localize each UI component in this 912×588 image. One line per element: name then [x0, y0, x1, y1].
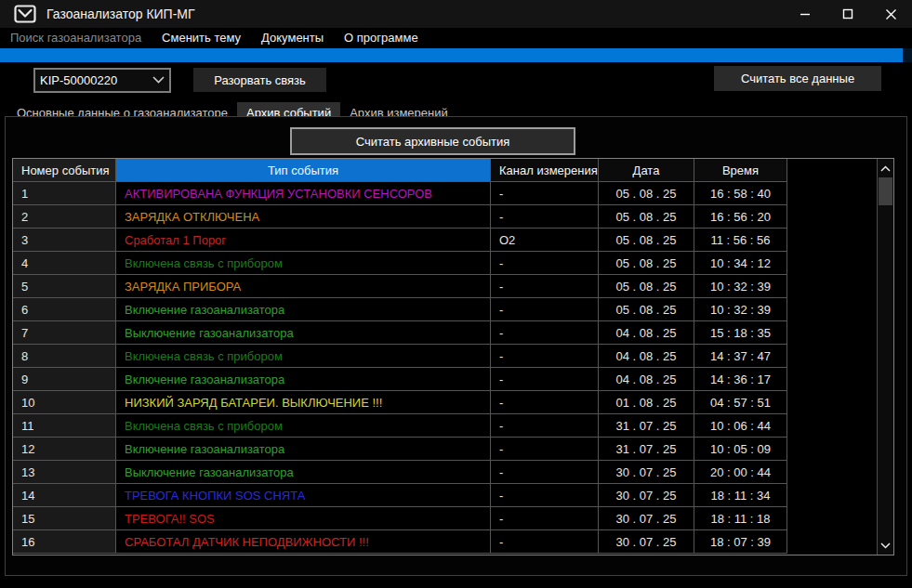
event-number-cell[interactable]: 5: [13, 275, 116, 298]
event-number-cell[interactable]: 14: [13, 484, 116, 507]
channel-cell[interactable]: -: [491, 321, 599, 345]
table-row[interactable]: 3Сработал 1 ПорогO205 . 08 . 2511 : 56 :…: [13, 229, 787, 252]
scrollbar-track[interactable]: [878, 205, 893, 536]
channel-cell[interactable]: -: [491, 275, 599, 298]
event-number-cell[interactable]: 6: [13, 298, 116, 321]
column-header-event-number[interactable]: Номер события: [13, 159, 116, 182]
scroll-up-icon[interactable]: [878, 159, 893, 177]
channel-cell[interactable]: -: [491, 252, 599, 275]
event-number-cell[interactable]: 1: [13, 182, 116, 205]
event-type-cell[interactable]: СРАБОТАЛ ДАТЧИК НЕПОДВИЖНОСТИ !!!: [116, 530, 491, 554]
time-cell[interactable]: 18 : 11 : 34: [694, 484, 787, 507]
table-row[interactable]: 14ТРЕВОГА КНОПКИ SOS СНЯТА-30 . 07 . 251…: [13, 484, 787, 507]
date-cell[interactable]: 05 . 08 . 25: [599, 229, 694, 252]
time-cell[interactable]: 16 : 56 : 20: [694, 205, 787, 229]
table-row[interactable]: 11Включена связь с прибором-31 . 07 . 25…: [13, 414, 787, 438]
channel-cell[interactable]: -: [491, 368, 599, 391]
table-row[interactable]: 8Включена связь с прибором-04 . 08 . 251…: [13, 345, 787, 368]
channel-cell[interactable]: -: [491, 438, 599, 461]
date-cell[interactable]: 30 . 07 . 25: [599, 484, 694, 507]
table-row[interactable]: 4Включена связь с прибором-05 . 08 . 251…: [13, 252, 787, 275]
close-button[interactable]: [869, 0, 912, 28]
channel-cell[interactable]: -: [491, 345, 599, 368]
event-type-cell[interactable]: ТРЕВОГА КНОПКИ SOS СНЯТА: [116, 484, 491, 507]
time-cell[interactable]: 15 : 18 : 35: [694, 321, 787, 345]
event-type-cell[interactable]: НИЗКИЙ ЗАРЯД БАТАРЕИ. ВЫКЛЮЧЕНИЕ !!!: [116, 391, 491, 414]
maximize-button[interactable]: [826, 0, 869, 28]
channel-cell[interactable]: -: [491, 461, 599, 484]
event-number-cell[interactable]: 15: [13, 507, 116, 530]
time-cell[interactable]: 11 : 56 : 56: [694, 229, 787, 252]
time-cell[interactable]: 18 : 11 : 18: [694, 507, 787, 530]
date-cell[interactable]: 05 . 08 . 25: [599, 205, 694, 229]
event-type-cell[interactable]: Включена связь с прибором: [116, 345, 491, 368]
channel-cell[interactable]: -: [491, 530, 599, 554]
event-number-cell[interactable]: 3: [13, 229, 116, 252]
time-cell[interactable]: 10 : 32 : 39: [694, 275, 787, 298]
date-cell[interactable]: 30 . 07 . 25: [599, 507, 694, 530]
time-cell[interactable]: 14 : 37 : 47: [694, 345, 787, 368]
device-select[interactable]: KIP-50000220: [33, 68, 171, 93]
event-type-cell[interactable]: Включена связь с прибором: [116, 252, 491, 275]
channel-cell[interactable]: -: [491, 414, 599, 438]
channel-cell[interactable]: -: [491, 182, 599, 205]
event-number-cell[interactable]: 12: [13, 438, 116, 461]
time-cell[interactable]: 10 : 05 : 09: [694, 438, 787, 461]
channel-cell[interactable]: -: [491, 484, 599, 507]
table-row[interactable]: 6Включение газоанализатора-05 . 08 . 251…: [13, 298, 787, 321]
event-number-cell[interactable]: 16: [13, 530, 116, 554]
event-type-cell[interactable]: Выключение газоанализатора: [116, 461, 491, 484]
read-archive-events-button[interactable]: Считать архивные события: [290, 127, 575, 155]
table-row[interactable]: 12Включение газоанализатора-31 . 07 . 25…: [13, 438, 787, 461]
read-all-data-button[interactable]: Считать все данные: [714, 66, 881, 91]
event-type-cell[interactable]: Включение газоанализатора: [116, 298, 491, 321]
date-cell[interactable]: 30 . 07 . 25: [599, 530, 694, 554]
event-number-cell[interactable]: 2: [13, 205, 116, 229]
table-row[interactable]: 2ЗАРЯДКА ОТКЛЮЧЕНА-05 . 08 . 2516 : 56 :…: [13, 205, 787, 229]
time-cell[interactable]: 10 : 34 : 12: [694, 252, 787, 275]
time-cell[interactable]: 14 : 36 : 17: [694, 368, 787, 391]
scrollbar-thumb[interactable]: [879, 177, 892, 205]
table-row[interactable]: 5ЗАРЯДКА ПРИБОРА-05 . 08 . 2510 : 32 : 3…: [13, 275, 787, 298]
event-type-cell[interactable]: ЗАРЯДКА ОТКЛЮЧЕНА: [116, 205, 491, 229]
event-number-cell[interactable]: 11: [13, 414, 116, 438]
date-cell[interactable]: 30 . 07 . 25: [599, 461, 694, 484]
date-cell[interactable]: 04 . 08 . 25: [599, 345, 694, 368]
event-number-cell[interactable]: 8: [13, 345, 116, 368]
date-cell[interactable]: 04 . 08 . 25: [599, 368, 694, 391]
time-cell[interactable]: 10 : 32 : 39: [694, 298, 787, 321]
date-cell[interactable]: 05 . 08 . 25: [599, 182, 694, 205]
table-row[interactable]: 15ТРЕВОГА!! SOS-30 . 07 . 2518 : 11 : 18: [13, 507, 787, 530]
table-row[interactable]: 16СРАБОТАЛ ДАТЧИК НЕПОДВИЖНОСТИ !!!-30 .…: [13, 530, 787, 554]
time-cell[interactable]: 18 : 07 : 39: [694, 530, 787, 554]
event-number-cell[interactable]: 9: [13, 368, 116, 391]
date-cell[interactable]: 04 . 08 . 25: [599, 321, 694, 345]
menu-item-about[interactable]: О программе: [334, 31, 429, 45]
table-row[interactable]: 9Включение газоанализатора-04 . 08 . 251…: [13, 368, 787, 391]
event-number-cell[interactable]: 7: [13, 321, 116, 345]
date-cell[interactable]: 05 . 08 . 25: [599, 275, 694, 298]
channel-cell[interactable]: -: [491, 507, 599, 530]
channel-cell[interactable]: -: [491, 205, 599, 229]
menu-item-documents[interactable]: Документы: [251, 31, 334, 45]
channel-cell[interactable]: -: [491, 298, 599, 321]
event-type-cell[interactable]: ТРЕВОГА!! SOS: [116, 507, 491, 530]
column-header-event-type[interactable]: Тип события: [116, 159, 491, 182]
column-header-time[interactable]: Время: [694, 159, 787, 182]
menu-item-change-theme[interactable]: Сменить тему: [152, 31, 251, 45]
column-header-channel[interactable]: Канал измерения: [491, 159, 599, 182]
date-cell[interactable]: 05 . 08 . 25: [599, 252, 694, 275]
event-number-cell[interactable]: 10: [13, 391, 116, 414]
time-cell[interactable]: 16 : 58 : 40: [694, 182, 787, 205]
column-header-date[interactable]: Дата: [599, 159, 694, 182]
channel-cell[interactable]: O2: [491, 229, 599, 252]
vertical-scrollbar[interactable]: [877, 159, 893, 555]
table-row[interactable]: 1АКТИВИРОВАНА ФУНКЦИЯ УСТАНОВКИ СЕНСОРОВ…: [13, 182, 787, 205]
table-row[interactable]: 13Выключение газоанализатора-30 . 07 . 2…: [13, 461, 787, 484]
channel-cell[interactable]: -: [491, 391, 599, 414]
event-type-cell[interactable]: Включена связь с прибором: [116, 414, 491, 438]
event-type-cell[interactable]: Сработал 1 Порог: [116, 229, 491, 252]
time-cell[interactable]: 10 : 06 : 44: [694, 414, 787, 438]
minimize-button[interactable]: [784, 0, 826, 28]
event-type-cell[interactable]: Включение газоанализатора: [116, 438, 491, 461]
